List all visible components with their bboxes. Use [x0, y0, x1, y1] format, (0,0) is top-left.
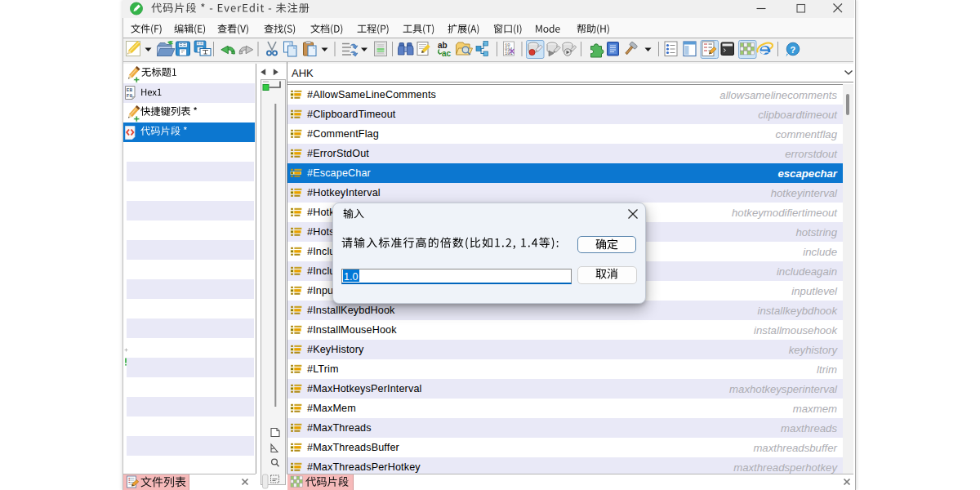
svg-text:F0: F0 [127, 93, 133, 99]
svg-text:ab: ab [438, 41, 448, 50]
svg-text:?: ? [791, 45, 796, 55]
svg-text:ac: ac [442, 49, 452, 58]
